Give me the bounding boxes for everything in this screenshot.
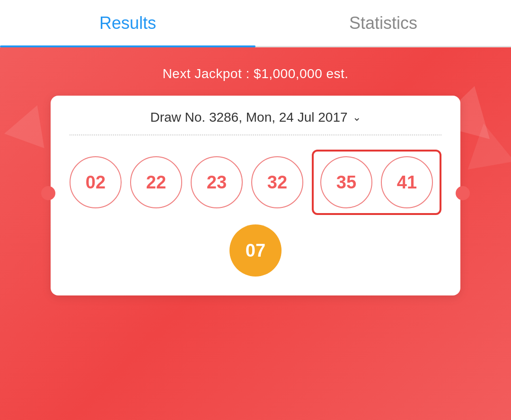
tab-statistics-label: Statistics: [349, 13, 417, 33]
bonus-ball: 07: [229, 224, 282, 277]
chevron-down-icon: ⌄: [352, 111, 361, 124]
app-container: Results Statistics Next Jackpot : $1,000…: [0, 0, 511, 420]
number-ball-23: 23: [191, 156, 243, 208]
ticket-card: Draw No. 3286, Mon, 24 Jul 2017 ⌄ 02 22 …: [51, 96, 460, 295]
tab-bar: Results Statistics: [0, 0, 511, 47]
number-ball-41: 41: [381, 156, 433, 208]
numbers-row: 02 22 23 32 35 41: [70, 150, 441, 215]
tab-results[interactable]: Results: [0, 0, 256, 46]
tab-results-label: Results: [99, 13, 156, 33]
bonus-row: 07: [70, 224, 441, 277]
number-ball-02: 02: [70, 156, 122, 208]
number-ball-32: 32: [251, 156, 303, 208]
banner: Next Jackpot : $1,000,000 est. Draw No. …: [0, 47, 511, 420]
draw-title: Draw No. 3286, Mon, 24 Jul 2017: [150, 110, 347, 125]
triangle-decoration-2: [460, 119, 511, 170]
number-ball-35: 35: [320, 156, 372, 208]
jackpot-text: Next Jackpot : $1,000,000 est.: [162, 66, 348, 81]
number-ball-22: 22: [130, 156, 182, 208]
triangle-decoration-3: [4, 98, 57, 148]
tab-statistics[interactable]: Statistics: [256, 0, 511, 46]
draw-header[interactable]: Draw No. 3286, Mon, 24 Jul 2017 ⌄: [70, 110, 441, 135]
highlighted-group: 35 41: [312, 150, 441, 215]
